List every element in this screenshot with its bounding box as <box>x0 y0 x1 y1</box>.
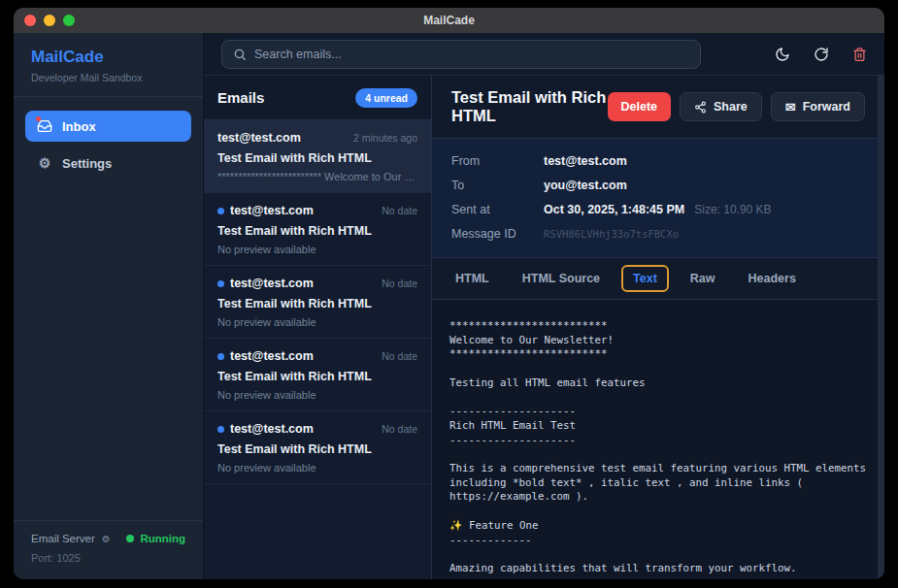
topbar <box>204 33 884 76</box>
email-subject: Test Email with Rich HTML <box>217 442 417 456</box>
unread-dot <box>217 208 224 214</box>
titlebar: MailCade <box>14 8 884 33</box>
email-date: 2 minutes ago <box>353 132 417 144</box>
share-icon <box>694 101 707 114</box>
email-date: No date <box>382 350 417 362</box>
search-input[interactable] <box>254 48 689 61</box>
email-subject: Test Email with Rich HTML <box>217 297 417 310</box>
email-subject: Test Email with Rich HTML <box>217 151 417 165</box>
server-settings-icon[interactable]: ⚙ <box>102 534 111 544</box>
email-preview: No preview available <box>217 389 417 401</box>
meta-sent-label: Sent at <box>451 203 544 216</box>
tab-html-source[interactable]: HTML Source <box>511 265 612 292</box>
sidebar: MailCade Developer Mail Sandbox Inbox ⚙ … <box>14 33 204 579</box>
envelope-icon: ✉ <box>785 101 796 114</box>
app-subtitle: Developer Mail Sandbox <box>31 72 185 83</box>
email-list-item[interactable]: test@test.com 2 minutes ago Test Email w… <box>204 120 431 193</box>
search-bar[interactable] <box>221 40 701 69</box>
sidebar-item-label: Settings <box>62 156 112 171</box>
trash-icon <box>852 47 867 62</box>
email-list-title: Emails <box>217 89 264 106</box>
delete-all-button[interactable] <box>852 47 867 62</box>
sidebar-item-settings[interactable]: ⚙ Settings <box>25 147 191 179</box>
forward-label: Forward <box>803 100 850 114</box>
status-label: Running <box>140 533 185 544</box>
sidebar-item-label: Inbox <box>62 119 96 134</box>
window-title: MailCade <box>14 14 884 27</box>
email-preview: ************************* Welcome to Our… <box>217 171 417 182</box>
search-icon <box>233 48 247 61</box>
inbox-icon <box>37 118 52 134</box>
email-list-item[interactable]: test@test.com No date Test Email with Ri… <box>204 411 431 484</box>
email-list-item[interactable]: test@test.com No date Test Email with Ri… <box>204 266 431 339</box>
email-sender: test@test.com <box>230 204 314 217</box>
inbox-unread-dot <box>36 116 41 121</box>
moon-icon <box>775 47 790 62</box>
sidebar-item-inbox[interactable]: Inbox <box>25 111 191 142</box>
refresh-button[interactable] <box>814 47 829 62</box>
email-sender: test@test.com <box>230 349 314 363</box>
meta-msgid-value: RSVH86LVHhj33o7tsFBCXo <box>544 228 679 240</box>
email-list-item[interactable]: test@test.com No date Test Email with Ri… <box>204 193 431 266</box>
scrollbar[interactable] <box>878 76 884 579</box>
unread-count-badge: 4 unread <box>355 88 417 108</box>
email-subject: Test Email with Rich HTML <box>217 370 417 383</box>
email-body-text: ************************* Welcome to Our… <box>449 319 867 579</box>
brand: MailCade Developer Mail Sandbox <box>14 33 203 97</box>
email-list-item[interactable]: test@test.com No date Test Email with Ri… <box>204 339 431 411</box>
email-date: No date <box>382 205 417 216</box>
email-date: No date <box>382 278 417 289</box>
meta-to-label: To <box>451 179 544 192</box>
email-preview: No preview available <box>217 316 417 328</box>
email-preview: No preview available <box>217 244 417 255</box>
sidebar-nav: Inbox ⚙ Settings <box>14 97 203 179</box>
email-detail-panel: Test Email with Rich HTML Delete Share ✉ <box>432 76 884 579</box>
app-name: MailCade <box>31 48 185 67</box>
detail-header: Test Email with Rich HTML Delete Share ✉ <box>432 76 884 139</box>
status-dot <box>126 535 134 542</box>
meta-from-label: From <box>451 154 544 168</box>
meta-sent-value: Oct 30, 2025, 1:48:45 PM <box>544 203 684 216</box>
share-button[interactable]: Share <box>680 92 762 121</box>
server-port: Port: 1025 <box>31 552 185 564</box>
email-sender: test@test.com <box>230 277 314 290</box>
app-window: MailCade MailCade Developer Mail Sandbox… <box>14 8 884 579</box>
server-status-panel: Email Server ⚙ Running Port: 1025 <box>14 520 203 579</box>
email-meta: From test@test.com To you@test.com Sent … <box>432 139 884 258</box>
tab-headers[interactable]: Headers <box>737 265 808 292</box>
meta-to-value: you@test.com <box>544 179 627 192</box>
meta-msgid-label: Message ID <box>451 227 544 241</box>
email-date: No date <box>382 423 417 435</box>
email-preview: No preview available <box>217 462 417 474</box>
email-sender: test@test.com <box>230 422 314 436</box>
gear-icon: ⚙ <box>37 155 52 171</box>
meta-from-value: test@test.com <box>544 154 627 168</box>
forward-button[interactable]: ✉ Forward <box>771 92 865 121</box>
email-subject: Test Email with Rich HTML <box>217 224 417 238</box>
tab-html[interactable]: HTML <box>444 265 501 292</box>
email-body-view[interactable]: ************************* Welcome to Our… <box>432 300 884 579</box>
email-title: Test Email with Rich HTML <box>451 88 608 125</box>
theme-toggle-button[interactable] <box>775 47 790 62</box>
email-list-header: Emails 4 unread <box>204 76 431 120</box>
unread-dot <box>217 353 224 360</box>
tab-text[interactable]: Text <box>621 265 669 292</box>
refresh-icon <box>814 47 829 62</box>
meta-size: Size: 10.90 KB <box>694 203 771 216</box>
status-badge: Running <box>126 533 185 544</box>
tab-raw[interactable]: Raw <box>679 265 727 292</box>
server-label: Email Server <box>31 533 95 544</box>
view-tabs: HTML HTML Source Text Raw Headers <box>432 258 884 300</box>
delete-button[interactable]: Delete <box>608 92 672 121</box>
email-list-panel: Emails 4 unread test@test.com 2 minutes … <box>204 76 432 579</box>
email-sender: test@test.com <box>217 131 301 145</box>
unread-dot <box>217 426 224 433</box>
unread-dot <box>217 280 224 287</box>
share-label: Share <box>714 100 748 114</box>
